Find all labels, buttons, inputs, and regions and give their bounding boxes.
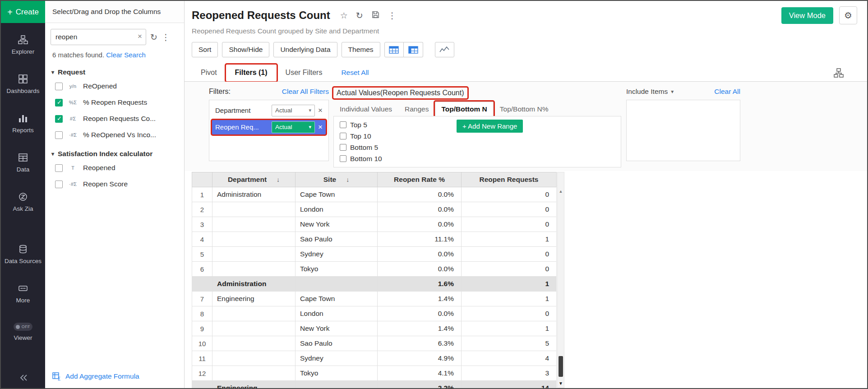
table-row[interactable]: 9New York1.4%1 xyxy=(192,321,557,336)
cell-num xyxy=(192,277,212,292)
settings-gear-button[interactable]: ⚙ xyxy=(839,6,857,24)
summary-row[interactable]: Engineering2.2%14 xyxy=(192,381,557,388)
sidebar-item-viewer[interactable]: OFF Viewer xyxy=(1,323,45,342)
table-row[interactable]: 1AdministrationCape Town0.0%0 xyxy=(192,187,557,202)
spreadsheet-view-button[interactable] xyxy=(384,42,404,57)
panel-kebab-icon[interactable]: ⋮ xyxy=(162,33,170,42)
create-button[interactable]: + Create xyxy=(1,1,45,23)
add-new-range-button[interactable]: + Add New Range xyxy=(457,120,523,133)
checkbox[interactable] xyxy=(340,133,346,139)
col-header-reopen-rate[interactable]: Reopen Rate % xyxy=(378,172,462,187)
tree-item-reopen-score[interactable]: ·#Σ Reopen Score xyxy=(51,176,180,192)
sidebar-item-reports[interactable]: Reports xyxy=(1,113,45,134)
filter-chip-reopen-requests[interactable]: Reopen Req... Actual ▾ × xyxy=(212,120,326,134)
checkbox[interactable] xyxy=(55,83,63,90)
refresh-report-icon[interactable]: ↻ xyxy=(356,11,363,20)
tab-top-bottom-n-pct[interactable]: Top/Bottom N% xyxy=(494,102,555,116)
search-input[interactable] xyxy=(51,29,146,45)
tab-pivot[interactable]: Pivot xyxy=(192,65,226,81)
sidebar-item-data-sources[interactable]: Data Sources xyxy=(1,244,45,265)
chevron-down-icon[interactable]: ▾ xyxy=(51,151,54,157)
table-row[interactable]: 7EngineeringCape Town1.4%1 xyxy=(192,292,557,306)
sidebar-item-explorer[interactable]: Explorer xyxy=(1,35,45,56)
pivot-table-area: Department↓ Site↓ Reopen Rate % Reopen R… xyxy=(192,171,867,388)
option-top-10[interactable]: Top 10 xyxy=(340,132,621,140)
viewer-off-toggle[interactable]: OFF xyxy=(14,323,32,331)
tab-ranges[interactable]: Ranges xyxy=(398,102,435,116)
option-bottom-10[interactable]: Bottom 10 xyxy=(340,155,621,163)
checkbox[interactable] xyxy=(55,131,63,139)
summary-row[interactable]: Administration1.6%1 xyxy=(192,277,557,292)
view-mode-button[interactable]: View Mode xyxy=(781,7,833,24)
underlying-data-button[interactable]: Underlying Data xyxy=(273,42,337,57)
favorite-star-icon[interactable]: ☆ xyxy=(340,11,348,20)
title-kebab-icon[interactable]: ⋮ xyxy=(388,11,397,20)
tab-top-bottom-n[interactable]: Top/Bottom N xyxy=(435,102,493,116)
collapse-sidebar-button[interactable] xyxy=(1,373,45,383)
table-row[interactable]: 8London0.0%0 xyxy=(192,306,557,321)
chevron-down-icon[interactable]: ▾ xyxy=(51,69,54,75)
themes-button[interactable]: Themes xyxy=(342,42,380,57)
sort-desc-icon[interactable]: ↓ xyxy=(346,176,349,183)
table-row[interactable]: 12Tokyo4.1%3 xyxy=(192,366,557,381)
tree-item-pct-reopened-vs-incoming[interactable]: ·#Σ % ReOpened Vs Inco... xyxy=(51,127,180,143)
sidebar-item-ask-zia[interactable]: Ask Zia xyxy=(1,192,45,213)
save-icon[interactable] xyxy=(371,10,380,20)
tree-item-reopened-yn[interactable]: y/n ReOpened xyxy=(51,78,180,94)
cell-num: 11 xyxy=(192,351,212,366)
pivot-view-button[interactable] xyxy=(404,42,423,57)
refresh-columns-icon[interactable]: ↻ xyxy=(150,33,157,42)
filter-chip-department[interactable]: Department Actual ▾ × xyxy=(212,103,326,118)
checkbox[interactable] xyxy=(340,144,346,151)
clear-search-icon[interactable]: × xyxy=(138,32,142,41)
col-header-reopen-requests[interactable]: Reopen Requests xyxy=(462,172,557,187)
clear-all-link[interactable]: Clear All xyxy=(714,88,740,96)
sidebar-item-data[interactable]: Data xyxy=(1,153,45,174)
hierarchy-view-button[interactable] xyxy=(834,65,844,81)
remove-filter-icon[interactable]: × xyxy=(318,123,323,131)
sidebar-item-more[interactable]: More xyxy=(1,283,45,305)
checkbox[interactable] xyxy=(55,99,63,107)
checkbox[interactable] xyxy=(340,155,346,162)
table-scrollbar[interactable]: ▲ ▼ xyxy=(557,172,564,388)
table-row[interactable]: 10Sao Paulo6.3%5 xyxy=(192,336,557,351)
table-row[interactable]: 5Sydney0.0%0 xyxy=(192,247,557,262)
clear-all-filters-link[interactable]: Clear All Filters xyxy=(282,88,329,96)
add-aggregate-formula-button[interactable]: Σ Add Aggregate Formula xyxy=(45,365,184,388)
convert-to-chart-button[interactable] xyxy=(435,42,454,57)
reset-all-link[interactable]: Reset All xyxy=(341,65,369,81)
tab-individual-values[interactable]: Individual Values xyxy=(333,102,398,116)
col-header-site[interactable]: Site↓ xyxy=(295,172,378,187)
tree-group-satisfaction-index[interactable]: ▾ Satisfaction Index calculator xyxy=(51,150,180,158)
tree-item-reopen-requests-count[interactable]: #Σ Reopen Requests Co... xyxy=(51,111,180,127)
filter-mode-select[interactable]: Actual ▾ xyxy=(272,105,315,116)
sort-button[interactable]: Sort xyxy=(192,42,218,57)
scrollbar-thumb[interactable] xyxy=(559,356,563,377)
show-hide-button[interactable]: Show/Hide xyxy=(222,42,269,57)
include-items-dropdown[interactable]: Include Items ▾ xyxy=(626,88,674,96)
col-header-department[interactable]: Department↓ xyxy=(212,172,295,187)
tab-user-filters[interactable]: User Filters xyxy=(277,65,332,81)
scroll-down-icon[interactable]: ▼ xyxy=(558,381,564,386)
checkbox[interactable] xyxy=(55,181,63,188)
tree-group-request[interactable]: ▾ Request xyxy=(51,68,180,76)
tree-item-pct-reopen-requests[interactable]: %Σ % Reopen Requests xyxy=(51,94,180,111)
cell-req: 0 xyxy=(462,187,557,202)
remove-filter-icon[interactable]: × xyxy=(318,107,323,114)
checkbox[interactable] xyxy=(55,164,63,172)
filter-mode-select[interactable]: Actual ▾ xyxy=(272,121,315,133)
sort-desc-icon[interactable]: ↓ xyxy=(277,176,280,183)
table-row[interactable]: 6Tokyo0.0%0 xyxy=(192,262,557,277)
table-row[interactable]: 3New York0.0%0 xyxy=(192,217,557,232)
table-row[interactable]: 2London0.0%0 xyxy=(192,202,557,217)
option-bottom-5[interactable]: Bottom 5 xyxy=(340,144,621,152)
table-row[interactable]: 11Sydney4.9%4 xyxy=(192,351,557,366)
sidebar-item-dashboards[interactable]: Dashboards xyxy=(1,74,45,95)
tab-filters[interactable]: Filters (1) xyxy=(226,65,277,81)
checkbox[interactable] xyxy=(55,115,63,123)
clear-search-link[interactable]: Clear Search xyxy=(106,51,146,59)
tree-item-reopened-text[interactable]: T Reopened xyxy=(51,160,180,176)
checkbox[interactable] xyxy=(340,121,346,128)
scroll-up-icon[interactable]: ▲ xyxy=(558,189,564,194)
table-row[interactable]: 4Sao Paulo11.1%1 xyxy=(192,232,557,247)
